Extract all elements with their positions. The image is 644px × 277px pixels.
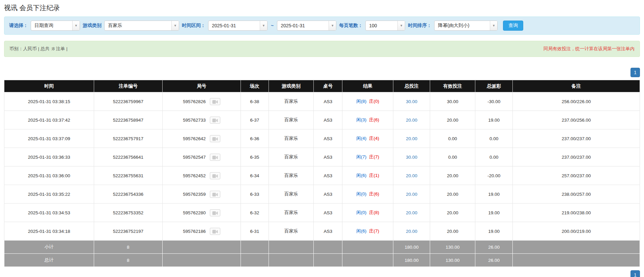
page-size-label: 每页笔数： <box>339 23 363 29</box>
chevron-down-icon[interactable]: ▼ <box>490 21 497 30</box>
video-replay-button[interactable] <box>210 172 220 179</box>
page-1-button[interactable]: 1 <box>631 68 640 77</box>
video-icon <box>212 211 218 215</box>
chevron-down-icon[interactable]: ▼ <box>397 21 405 30</box>
cell-game-type: 百家乐 <box>269 222 314 241</box>
table-body: 2025-01-31 03:38:15 522236759967 5957628… <box>4 92 640 241</box>
game-type-label: 游戏类别 <box>83 23 102 29</box>
date-from-value: 2025-01-31 <box>208 21 260 30</box>
cell-game-type: 百家乐 <box>269 111 314 129</box>
cell-result: 闲(6) 庄(7) <box>342 222 393 241</box>
total-total-bet: 180.00 <box>393 254 430 267</box>
sort-select[interactable]: 降幂(由大到小) ▼ <box>434 21 498 31</box>
cell-table-number: AS3 <box>314 92 342 111</box>
video-replay-button[interactable] <box>210 135 220 142</box>
cell-table-number: AS3 <box>314 222 342 241</box>
cell-round: 595762547 <box>163 148 241 166</box>
round-number: 595762642 <box>183 136 206 141</box>
page-size-select[interactable]: 100 ▼ <box>365 21 405 31</box>
page-container: 视讯 会员下注纪录 请选择： 日期查询 ▼ 游戏类别 百家乐 ▼ 时间区间： 2… <box>0 3 644 277</box>
cell-session: 6-33 <box>241 185 269 204</box>
video-icon <box>212 155 218 160</box>
chevron-down-icon[interactable]: ▼ <box>171 21 179 30</box>
total-bet-link[interactable]: 20.00 <box>406 192 417 197</box>
total-bet-link[interactable]: 20.00 <box>406 229 417 234</box>
cell-time: 2025-01-31 03:37:09 <box>4 129 94 148</box>
video-replay-button[interactable] <box>210 191 220 198</box>
table-row: 2025-01-31 03:38:15 522236759967 5957628… <box>4 92 640 111</box>
total-bet-link[interactable]: 20.00 <box>406 118 417 123</box>
cell-payout: 19.00 <box>475 111 512 129</box>
video-replay-button[interactable] <box>210 209 220 216</box>
total-payout: 26.00 <box>475 254 512 267</box>
search-button[interactable]: 查询 <box>503 21 523 31</box>
cell-note: 237.00/237.00 <box>513 129 640 148</box>
bets-table: 时间注单编号局号场次游戏类别桌号结果总投注有效投注总派彩备注 2025-01-3… <box>4 80 640 267</box>
total-bet-link[interactable]: 30.00 <box>406 155 417 160</box>
page-1-button[interactable]: 1 <box>631 270 640 277</box>
subtotal-label: 小计 <box>4 241 94 254</box>
player-result: 闲(4) <box>356 136 366 141</box>
pagination-bottom: 1 <box>4 270 640 277</box>
table-header-row: 时间注单编号局号场次游戏类别桌号结果总投注有效投注总派彩备注 <box>4 80 640 92</box>
cell-total-bet: 20.00 <box>393 204 430 222</box>
chevron-down-icon[interactable]: ▼ <box>260 21 267 30</box>
video-icon <box>212 100 218 104</box>
cell-bet-id: 522236756641 <box>94 148 162 166</box>
cell-game-type: 百家乐 <box>269 204 314 222</box>
video-replay-button[interactable] <box>210 228 220 235</box>
query-type-select[interactable]: 日期查询 ▼ <box>31 21 80 31</box>
video-icon <box>212 192 218 197</box>
cell-time: 2025-01-31 03:37:42 <box>4 111 94 129</box>
round-number: 595762280 <box>183 210 206 215</box>
video-replay-button[interactable] <box>210 98 220 105</box>
chevron-down-icon[interactable]: ▼ <box>72 21 80 30</box>
cell-time: 2025-01-31 03:36:33 <box>4 148 94 166</box>
video-replay-button[interactable] <box>210 154 220 161</box>
pagination-top: 1 <box>4 68 640 77</box>
cell-round: 595762642 <box>163 129 241 148</box>
video-icon <box>212 229 218 234</box>
cell-session: 6-36 <box>241 129 269 148</box>
player-result: 闲(0) <box>356 210 366 215</box>
cell-valid-bet: 0.00 <box>430 148 475 166</box>
cell-game-type: 百家乐 <box>269 185 314 204</box>
player-result: 闲(6) <box>356 228 366 234</box>
table-row: 2025-01-31 03:37:09 522236757917 5957626… <box>4 129 640 148</box>
cell-total-bet: 30.00 <box>393 148 430 166</box>
cell-bet-id: 522236755631 <box>94 166 162 185</box>
total-bet-link[interactable]: 30.00 <box>406 99 417 104</box>
subtotal-payout: 26.00 <box>475 241 512 254</box>
column-header: 时间 <box>4 80 94 92</box>
cell-round: 595762186 <box>163 222 241 241</box>
column-header: 游戏类别 <box>269 80 314 92</box>
player-result: 闲(8) <box>356 99 366 104</box>
column-header: 局号 <box>163 80 241 92</box>
date-to-select[interactable]: 2025-01-31 ▼ <box>277 21 336 31</box>
cell-game-type: 百家乐 <box>269 166 314 185</box>
cell-payout: 19.00 <box>475 222 512 241</box>
round-number: 595762186 <box>183 229 206 234</box>
cell-session: 6-34 <box>241 166 269 185</box>
game-type-value: 百家乐 <box>105 21 171 30</box>
cell-table-number: AS3 <box>314 204 342 222</box>
cell-result: 闲(8) 庄(0) <box>342 92 393 111</box>
cell-note: 219.00/238.00 <box>513 204 640 222</box>
cell-total-bet: 20.00 <box>393 111 430 129</box>
cell-time: 2025-01-31 03:36:00 <box>4 166 94 185</box>
cell-session: 6-35 <box>241 148 269 166</box>
cell-total-bet: 20.00 <box>393 222 430 241</box>
total-bet-link[interactable]: 20.00 <box>406 210 417 215</box>
total-bet-link[interactable]: 20.00 <box>406 136 417 141</box>
date-to-value: 2025-01-31 <box>277 21 329 30</box>
cell-note: 256.00/226.00 <box>513 92 640 111</box>
query-type-value: 日期查询 <box>31 21 72 30</box>
video-replay-button[interactable] <box>210 117 220 124</box>
total-bet-link[interactable]: 20.00 <box>406 173 417 178</box>
cell-time: 2025-01-31 03:35:22 <box>4 185 94 204</box>
chevron-down-icon[interactable]: ▼ <box>329 21 336 30</box>
cell-result: 闲(6) 庄(1) <box>342 166 393 185</box>
game-type-select[interactable]: 百家乐 ▼ <box>104 21 179 31</box>
cell-table-number: AS3 <box>314 111 342 129</box>
date-from-select[interactable]: 2025-01-31 ▼ <box>208 21 268 31</box>
